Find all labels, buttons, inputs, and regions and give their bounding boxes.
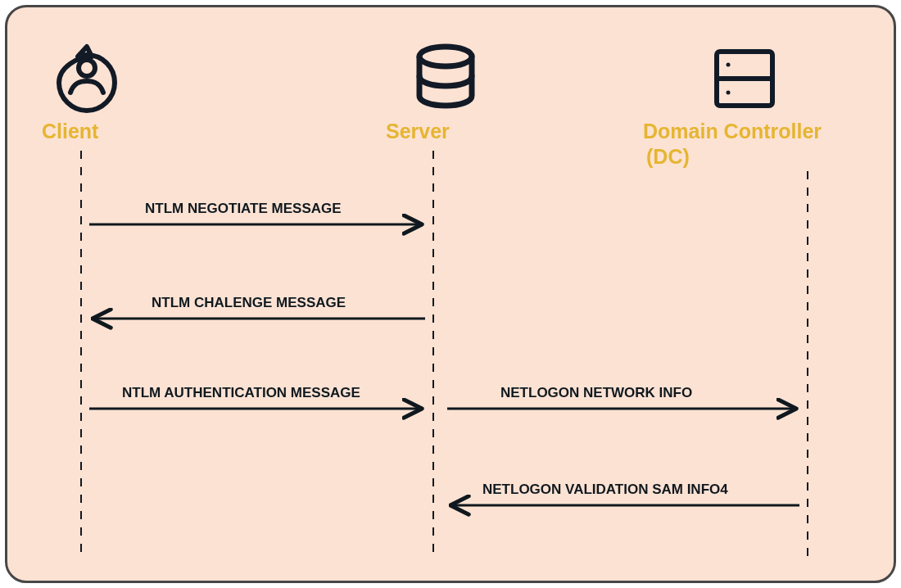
svg-rect-2: [717, 52, 772, 106]
svg-point-0: [79, 60, 95, 76]
server-label: Server: [386, 119, 450, 144]
svg-point-4: [727, 63, 731, 67]
client-icon: [59, 47, 115, 111]
msg-negotiate: NTLM NEGOTIATE MESSAGE: [145, 201, 342, 217]
dc-icon: [717, 52, 772, 106]
msg-authentication: NTLM AUTHENTICATION MESSAGE: [122, 385, 360, 401]
svg-point-5: [727, 91, 731, 95]
client-label: Client: [42, 119, 98, 144]
msg-challenge: NTLM CHALENGE MESSAGE: [152, 295, 346, 311]
server-icon: [419, 47, 472, 106]
diagram-card: Client Server Domain Controller (DC) NTL…: [5, 5, 896, 583]
msg-netlogon-info: NETLOGON NETWORK INFO: [500, 385, 692, 401]
dc-label-line1: Domain Controller: [643, 120, 822, 142]
dc-label-line2: (DC): [643, 145, 690, 168]
svg-point-1: [419, 47, 472, 66]
dc-label: Domain Controller (DC): [643, 119, 856, 170]
msg-netlogon-validation: NETLOGON VALIDATION SAM INFO4: [482, 482, 728, 498]
diagram-svg: [7, 7, 899, 586]
